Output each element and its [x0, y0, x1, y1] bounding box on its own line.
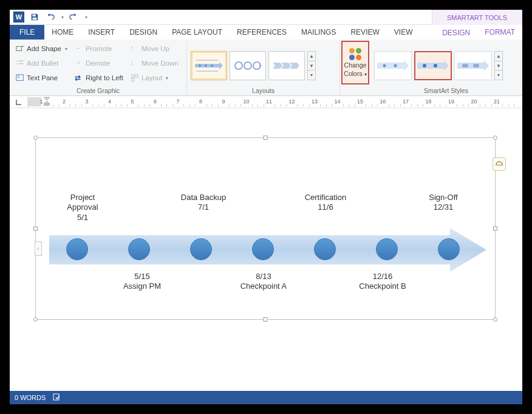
save-icon[interactable]	[27, 10, 42, 24]
resize-handle[interactable]	[493, 227, 497, 231]
undo-icon[interactable]	[43, 10, 58, 24]
style-item-2[interactable]	[414, 51, 452, 80]
move-up-label: Move Up	[142, 45, 169, 52]
resize-handle[interactable]	[33, 136, 38, 140]
tab-insert[interactable]: INSERT	[81, 25, 122, 40]
app-window: W SMARTART TOOLS FILE HOME INSERT DESIGN…	[10, 10, 522, 404]
svg-point-6	[17, 63, 18, 64]
scroll-up-icon[interactable]: ▲	[495, 52, 502, 61]
svg-rect-5	[19, 61, 23, 61]
milestone-label[interactable]: Data Backup 7/1	[173, 193, 234, 213]
svg-point-30	[383, 64, 386, 67]
resize-handle[interactable]	[493, 317, 497, 322]
timeline-dot[interactable]	[128, 238, 150, 260]
horizontal-ruler[interactable]: 123456789101112131415161718192021	[28, 96, 522, 108]
svg-rect-1	[33, 18, 37, 20]
tab-home[interactable]: HOME	[44, 25, 81, 40]
scroll-up-icon[interactable]: ▲	[308, 52, 315, 61]
layout-item-timeline[interactable]	[191, 51, 227, 80]
add-shape-label: Add Shape	[27, 45, 61, 52]
styles-gallery-scroll[interactable]: ▲ ▼ ▾	[494, 51, 503, 80]
svg-marker-26	[281, 63, 291, 69]
redo-icon[interactable]	[66, 10, 81, 24]
svg-marker-37	[484, 60, 489, 71]
gallery-more-icon[interactable]: ▾	[495, 71, 502, 80]
style-item-1[interactable]	[374, 51, 412, 80]
tab-review[interactable]: REVIEW	[343, 25, 386, 40]
svg-rect-12	[135, 75, 138, 77]
timeline-dot[interactable]	[66, 238, 88, 260]
tab-mailings[interactable]: MAILINGS	[294, 25, 343, 40]
tab-design[interactable]: DESIGN	[122, 25, 165, 40]
tab-selector[interactable]	[10, 96, 28, 108]
right-to-left-button[interactable]: ⇄ Right to Left	[72, 71, 126, 85]
status-spellcheck-icon[interactable]	[53, 393, 61, 402]
tab-view[interactable]: VIEW	[387, 25, 420, 40]
svg-point-31	[394, 64, 397, 67]
add-bullet-button: Add Bullet	[13, 57, 70, 70]
group-label-layouts: Layouts	[191, 87, 336, 95]
svg-rect-13	[132, 78, 134, 81]
word-app-icon[interactable]: W	[12, 10, 26, 24]
tab-smartart-design[interactable]: DESIGN	[435, 25, 477, 40]
layout-options-icon[interactable]	[493, 157, 506, 171]
qat-customize-icon[interactable]	[82, 10, 89, 24]
gallery-more-icon[interactable]: ▾	[308, 71, 315, 80]
svg-rect-8	[16, 75, 23, 81]
resize-handle[interactable]	[33, 227, 38, 231]
svg-rect-36	[457, 63, 484, 69]
change-colors-button[interactable]: Change Colors ▾	[341, 41, 369, 85]
scroll-down-icon[interactable]: ▼	[495, 61, 502, 71]
change-colors-label1: Change	[344, 61, 367, 69]
group-label-create-graphic: Create Graphic	[13, 87, 183, 95]
smartart-container[interactable]: ‹	[35, 137, 496, 320]
tab-page-layout[interactable]: PAGE LAYOUT	[165, 25, 230, 40]
svg-point-4	[17, 61, 18, 62]
text-pane-expand-tab[interactable]: ‹	[35, 241, 42, 256]
timeline-dot[interactable]	[376, 238, 398, 260]
page: ‹	[27, 119, 505, 368]
timeline-dot[interactable]	[252, 238, 274, 260]
scroll-down-icon[interactable]: ▼	[308, 61, 315, 71]
document-area[interactable]: ‹	[10, 108, 522, 391]
svg-rect-7	[19, 63, 23, 64]
resize-handle[interactable]	[33, 317, 38, 322]
svg-marker-29	[404, 60, 409, 71]
resize-handle[interactable]	[264, 136, 268, 140]
layouts-gallery-scroll[interactable]: ▲ ▼ ▾	[307, 51, 316, 80]
resize-handle[interactable]	[264, 317, 268, 322]
add-shape-button[interactable]: + Add Shape	[13, 42, 70, 55]
layout-item-circles[interactable]	[230, 51, 266, 80]
resize-handle[interactable]	[493, 136, 497, 140]
tab-smartart-format[interactable]: FORMAT	[477, 25, 522, 40]
milestone-label[interactable]: Sign-Off 12/31	[416, 193, 471, 213]
promote-button: ← Promote	[72, 42, 126, 55]
timeline-dot[interactable]	[190, 238, 212, 260]
milestone-label[interactable]: 8/13 Checkpoint A	[230, 272, 297, 292]
style-item-3[interactable]	[454, 51, 492, 80]
svg-point-17	[199, 64, 201, 67]
timeline-dot[interactable]	[314, 238, 336, 260]
status-word-count[interactable]: 0 WORDS	[15, 394, 46, 401]
svg-point-21	[235, 62, 242, 69]
svg-rect-39	[473, 64, 479, 67]
tab-references[interactable]: REFERENCES	[230, 25, 294, 40]
milestone-label[interactable]: 5/15 Assign PM	[115, 272, 169, 292]
undo-dropdown-icon[interactable]	[59, 10, 65, 24]
demote-label: Demote	[86, 60, 110, 67]
ribbon-tabs: FILE HOME INSERT DESIGN PAGE LAYOUT REFE…	[10, 25, 522, 40]
text-pane-button[interactable]: Text Pane	[13, 71, 70, 85]
milestone-label[interactable]: Project Approval 5/1	[55, 193, 110, 223]
move-down-label: Move Down	[142, 60, 179, 67]
milestone-label[interactable]: 12/16 Checkpoint B	[349, 272, 416, 292]
timeline-dot[interactable]	[438, 238, 460, 260]
group-layouts: ▲ ▼ ▾ Layouts	[187, 40, 340, 95]
tab-file[interactable]: FILE	[10, 25, 44, 40]
svg-rect-9	[18, 76, 20, 77]
right-to-left-label: Right to Left	[86, 74, 123, 81]
layout-item-chevron[interactable]	[268, 51, 305, 80]
milestone-label[interactable]: Certification 11/6	[292, 193, 359, 213]
timeline-dots	[66, 238, 460, 260]
promote-label: Promote	[86, 45, 112, 52]
svg-point-22	[244, 62, 251, 69]
